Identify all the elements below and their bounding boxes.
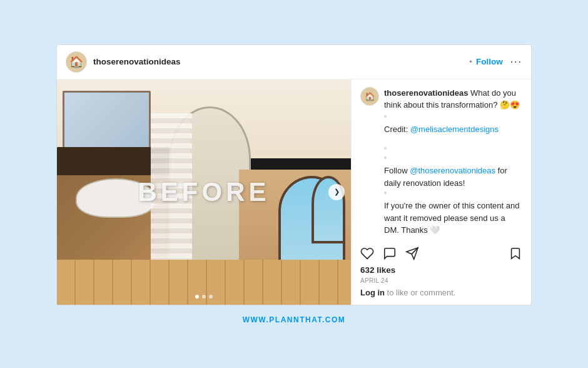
comment-button[interactable] xyxy=(383,247,397,260)
follow-link[interactable]: @thoserenovationideas xyxy=(410,166,495,175)
bookmark-icon xyxy=(509,247,522,260)
like-button[interactable] xyxy=(360,247,374,260)
heart-icon xyxy=(360,247,374,260)
caption-avatar-icon: 🏠 xyxy=(365,91,375,101)
caption-row: 🏠 thoserenovationideas What do you think… xyxy=(360,87,522,111)
right-panel: 🏠 thoserenovationideas What do you think… xyxy=(351,79,531,305)
actions-row xyxy=(360,242,522,263)
spacer-1: ° xyxy=(384,115,522,121)
follow-line: Follow @thoserenovationideas for daily r… xyxy=(384,165,522,189)
image-dots xyxy=(195,295,213,299)
more-options-button[interactable]: ··· xyxy=(510,56,522,68)
share-button[interactable] xyxy=(405,247,419,260)
login-text: to like or comment. xyxy=(385,288,455,297)
caption-text: thoserenovationideas What do you think a… xyxy=(384,87,522,111)
chevron-right-icon: ❯ xyxy=(334,188,340,196)
login-prompt: Log in to like or comment. xyxy=(360,288,522,297)
spacer-4: ° xyxy=(384,191,522,198)
caption-avatar: 🏠 xyxy=(360,87,379,106)
post-date: APRIL 24 xyxy=(360,277,522,284)
card-header: 🏠 thoserenovationideas • Follow ··· xyxy=(57,45,531,79)
profile-avatar: 🏠 xyxy=(66,51,87,73)
owner-notice: If you're the owner of this content and … xyxy=(384,200,522,237)
avatar-icon: 🏠 xyxy=(69,55,83,69)
follow-text-1: Follow xyxy=(384,166,410,175)
bottom-url: WWW.PLANNTHAT.COM xyxy=(243,315,346,324)
card-body: BEFORE ❯ 🏠 xyxy=(57,79,531,305)
credit-line: Credit: @melisaclementdesigns xyxy=(384,123,522,145)
credit-link[interactable]: @melisaclementdesigns xyxy=(410,125,499,134)
header-dot: • xyxy=(469,57,472,66)
bookmark-button[interactable] xyxy=(509,247,522,260)
credit-label: Credit: xyxy=(384,125,410,134)
dot-3 xyxy=(209,295,213,299)
dot-2 xyxy=(202,295,206,299)
login-link[interactable]: Log in xyxy=(360,288,385,297)
sink-element xyxy=(76,178,156,218)
likes-count: 632 likes xyxy=(360,264,522,276)
comment-icon xyxy=(383,247,397,260)
share-icon xyxy=(405,247,419,260)
next-image-button[interactable]: ❯ xyxy=(328,184,345,200)
curtain-element xyxy=(151,113,192,271)
header-username: thoserenovationideas xyxy=(93,57,465,66)
instagram-card: 🏠 thoserenovationideas • Follow ··· xyxy=(56,44,532,305)
owner-text: If you're the owner of this content and … xyxy=(384,201,519,235)
page-wrapper: 🏠 thoserenovationideas • Follow ··· xyxy=(0,0,588,368)
spacer-3: ° xyxy=(384,156,522,163)
follow-button[interactable]: Follow xyxy=(476,57,503,66)
spacer-2: ° xyxy=(384,146,522,153)
dot-1 xyxy=(195,295,199,299)
post-image: BEFORE ❯ xyxy=(57,79,351,305)
caption-username: thoserenovationideas xyxy=(384,88,468,98)
